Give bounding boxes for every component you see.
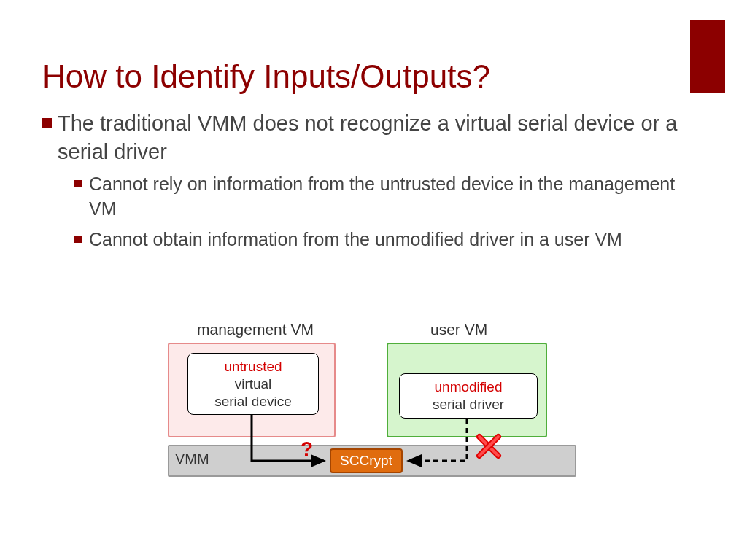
user-inner-l2: serial driver	[433, 397, 504, 412]
question-mark: ?	[301, 438, 313, 461]
bullet-text: Cannot obtain information from the unmod…	[89, 228, 622, 252]
mgmt-vm-label: management VM	[197, 321, 314, 338]
slide-title: How to Identify Inputs/Outputs?	[42, 58, 490, 95]
user-vm-label: user VM	[430, 321, 487, 338]
untrusted-label: untrusted	[224, 359, 282, 374]
bullet-level2: Cannot rely on information from the untr…	[74, 172, 703, 222]
virtual-serial-device-box: untrusted virtual serial device	[187, 353, 319, 415]
bullet-marker	[74, 180, 82, 187]
bullet-marker	[74, 236, 82, 243]
bullet-marker	[42, 118, 52, 128]
serial-driver-box: unmodified serial driver	[399, 373, 538, 419]
mgmt-inner-l2: virtual	[235, 376, 272, 392]
sccrypt-box: SCCrypt	[330, 448, 403, 473]
bullet-level2: Cannot obtain information from the unmod…	[74, 228, 703, 252]
diagram: management VM user VM untrusted virtual …	[168, 321, 576, 489]
user-vm-box: unmodified serial driver	[387, 343, 547, 438]
bullet-level1: The traditional VMM does not recognize a…	[42, 109, 703, 166]
bullet-text: The traditional VMM does not recognize a…	[58, 109, 703, 166]
accent-block	[690, 20, 725, 93]
unmodified-label: unmodified	[435, 379, 503, 394]
mgmt-inner-l3: serial device	[214, 394, 292, 409]
content-area: The traditional VMM does not recognize a…	[42, 109, 703, 255]
vmm-label: VMM	[175, 451, 209, 467]
bullet-text: Cannot rely on information from the untr…	[89, 172, 703, 222]
mgmt-vm-box: untrusted virtual serial device	[168, 343, 336, 438]
vmm-bar: VMM SCCrypt	[168, 445, 576, 477]
